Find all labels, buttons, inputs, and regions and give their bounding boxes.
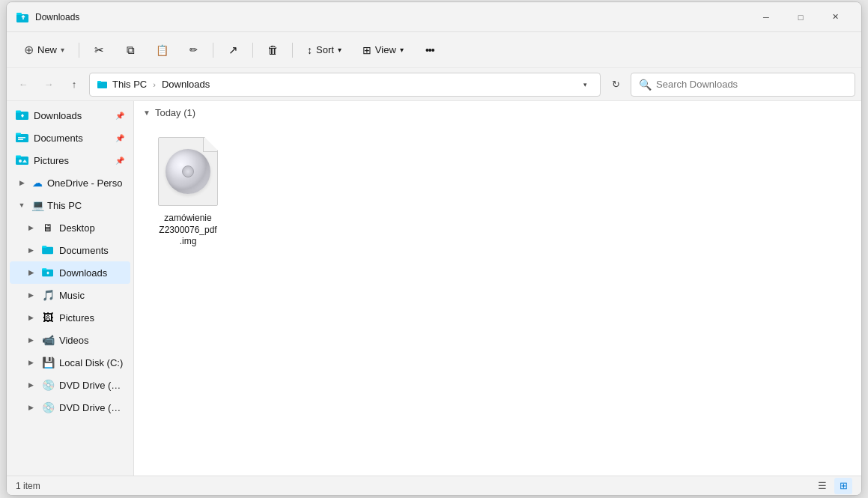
new-plus-icon: ⊕ <box>24 43 34 57</box>
rename-button[interactable]: ✏ <box>180 38 207 62</box>
svg-rect-8 <box>16 133 21 136</box>
sidebar-item-pictures2[interactable]: ▶ 🖼 Pictures <box>10 306 130 329</box>
sidebar-item-music[interactable]: ▶ 🎵 Music <box>10 284 130 306</box>
sidebar-item-videos[interactable]: ▶ 📹 Videos <box>10 329 130 351</box>
svg-point-13 <box>19 160 22 163</box>
sidebar-item-documents-pinned[interactable]: Documents 📌 <box>10 127 130 149</box>
sidebar-downloads2-label: Downloads <box>59 267 124 279</box>
sidebar-item-dvd1[interactable]: ▶ 💿 DVD Drive (E:) z <box>10 374 130 396</box>
sidebar-item-pictures-pinned[interactable]: Pictures 📌 <box>10 149 130 171</box>
refresh-button[interactable]: ↻ <box>605 74 626 95</box>
titlebar-controls: ─ □ ✕ <box>749 5 852 29</box>
cut-button[interactable]: ✂ <box>85 38 112 62</box>
sidebar-item-downloads2[interactable]: ▶ Downloads <box>10 261 130 284</box>
search-input[interactable] <box>656 79 847 90</box>
svg-rect-12 <box>16 156 21 158</box>
onedrive-icon: ☁ <box>31 176 44 189</box>
view-details-icon: ☰ <box>818 480 827 491</box>
paste-button[interactable]: 📋 <box>148 38 175 62</box>
sort-icon: ↕ <box>307 44 312 56</box>
breadcrumb-downloads: Downloads <box>162 79 210 90</box>
file-item[interactable]: zamówienie Z2300076_pdf .img <box>143 127 233 253</box>
dvd2-expand-icon: ▶ <box>25 401 37 413</box>
sidebar-desktop-label: Desktop <box>59 222 124 234</box>
file-grid: zamówienie Z2300076_pdf .img <box>143 124 852 256</box>
titlebar: Downloads ─ □ ✕ <box>7 2 861 32</box>
view-tiles-button[interactable]: ⊞ <box>834 478 852 494</box>
sidebar-documents2-label: Documents <box>59 245 124 256</box>
pictures2-folder-icon: 🖼 <box>41 311 55 324</box>
statusbar-right: ☰ ⊞ <box>813 478 852 494</box>
videos-folder-icon: 📹 <box>41 333 55 347</box>
titlebar-title: Downloads <box>35 12 749 22</box>
sidebar-music-label: Music <box>59 290 124 301</box>
maximize-button[interactable]: □ <box>783 5 818 29</box>
share-button[interactable]: ↗ <box>219 38 246 62</box>
view-dropdown-icon: ▾ <box>400 46 404 54</box>
sidebar-dvd2-label: DVD Drive (E:) za <box>59 402 124 413</box>
sort-button[interactable]: ↕ Sort ▾ <box>299 38 350 62</box>
pin-icon-2: 📌 <box>115 134 124 142</box>
search-box[interactable]: 🔍 <box>631 73 855 97</box>
svg-rect-15 <box>42 246 46 248</box>
address-dropdown-button[interactable]: ▾ <box>577 77 592 92</box>
svg-rect-1 <box>16 13 22 15</box>
file-icon-wrapper <box>151 134 225 209</box>
addressbar: ← → ↑ This PC › Downloads ▾ ↻ 🔍 <box>7 68 861 101</box>
forward-button[interactable]: → <box>38 74 59 95</box>
thispc-expand-icon: ▼ <box>16 199 28 211</box>
cd-disc-icon <box>166 149 210 194</box>
desktop-folder-icon: 🖥 <box>41 221 55 234</box>
sidebar-pictures-label: Pictures <box>34 155 111 166</box>
sidebar-videos-label: Videos <box>59 335 124 346</box>
documents2-expand-icon: ▶ <box>25 244 37 256</box>
view-tiles-icon: ⊞ <box>840 480 848 491</box>
sidebar: Downloads 📌 Documents 📌 <box>7 101 134 476</box>
pin-icon: 📌 <box>115 112 124 120</box>
sidebar-onedrive-section[interactable]: ▶ ☁ OneDrive - Perso <box>10 171 130 194</box>
onedrive-expand-icon: ▶ <box>16 177 28 189</box>
titlebar-folder-icon <box>16 10 29 24</box>
sidebar-item-desktop[interactable]: ▶ 🖥 Desktop <box>10 216 130 239</box>
up-button[interactable]: ↑ <box>64 74 85 95</box>
file-name: zamówienie Z2300076_pdf .img <box>147 213 229 248</box>
sidebar-pictures2-label: Pictures <box>59 312 124 324</box>
sidebar-item-localdisk[interactable]: ▶ 💾 Local Disk (C:) <box>10 351 130 374</box>
breadcrumb-this-pc[interactable]: This PC <box>112 79 147 90</box>
delete-button[interactable]: 🗑 <box>259 38 286 62</box>
sidebar-item-documents2[interactable]: ▶ Documents <box>10 239 130 261</box>
copy-button[interactable]: ⧉ <box>117 38 144 62</box>
localdisk-expand-icon: ▶ <box>25 356 37 368</box>
documents-folder-icon <box>16 131 29 145</box>
minimize-button[interactable]: ─ <box>749 5 783 29</box>
dvd1-icon: 💿 <box>41 378 55 392</box>
address-box[interactable]: This PC › Downloads ▾ <box>89 73 601 97</box>
toolbar-sep-1 <box>79 43 79 58</box>
documents2-folder-icon <box>41 243 55 257</box>
pictures2-expand-icon: ▶ <box>25 312 37 324</box>
back-button[interactable]: ← <box>13 74 34 95</box>
content-pane: ▼ Today (1) zamówienie Z2300076_pdf .img <box>134 101 861 476</box>
view-button[interactable]: ⊞ View ▾ <box>354 38 412 62</box>
paste-icon: 📋 <box>156 44 169 56</box>
new-button[interactable]: ⊕ New ▾ <box>16 38 73 62</box>
sidebar-item-downloads-pinned[interactable]: Downloads 📌 <box>10 104 130 127</box>
statusbar: 1 item ☰ ⊞ <box>7 476 861 495</box>
view-details-button[interactable]: ☰ <box>813 478 831 494</box>
main-area: Downloads 📌 Documents 📌 <box>7 101 861 476</box>
videos-expand-icon: ▶ <box>25 334 37 346</box>
svg-rect-6 <box>16 111 21 113</box>
sidebar-item-dvd2[interactable]: ▶ 💿 DVD Drive (E:) za <box>10 396 130 419</box>
group-header-today[interactable]: ▼ Today (1) <box>143 107 852 118</box>
more-button[interactable]: ••• <box>416 38 443 62</box>
address-folder-icon <box>97 79 108 90</box>
close-button[interactable]: ✕ <box>818 5 852 29</box>
svg-rect-9 <box>18 137 25 139</box>
back-icon: ← <box>19 79 28 90</box>
sidebar-thispc-section[interactable]: ▼ 💻 This PC <box>10 194 130 216</box>
file-doc-fold <box>204 137 218 151</box>
downloads-folder-icon <box>16 109 29 122</box>
sidebar-downloads-label: Downloads <box>34 110 111 121</box>
sort-label: Sort <box>316 44 334 55</box>
toolbar: ⊕ New ▾ ✂ ⧉ 📋 ✏ ↗ 🗑 ↕ Sort ▾ <box>7 32 861 68</box>
